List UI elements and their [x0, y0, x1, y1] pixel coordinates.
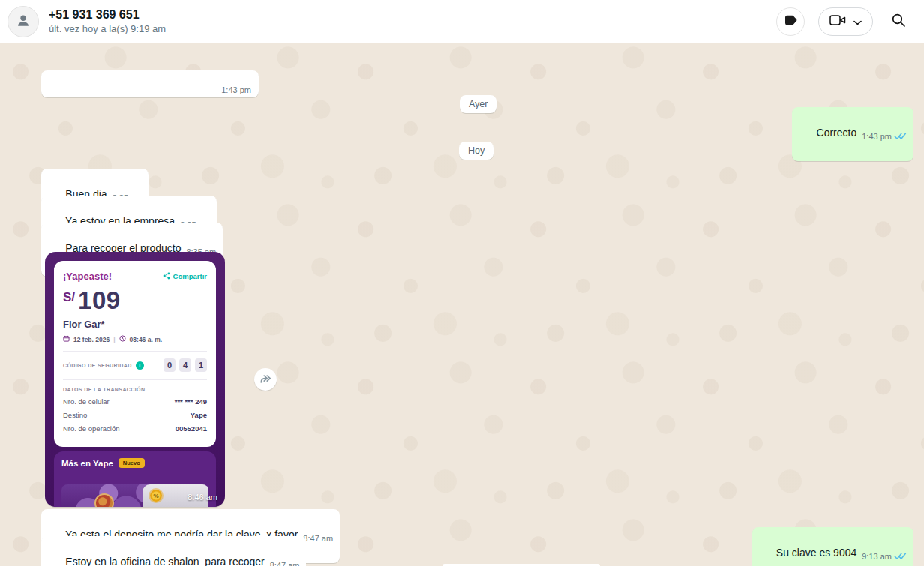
share-label: Compartir [173, 272, 207, 280]
security-code-label: CÓDIGO DE SEGURIDAD [63, 363, 132, 368]
currency-symbol: S/ [63, 290, 75, 305]
calendar-icon [63, 335, 70, 343]
read-receipt-double-check-icon [894, 130, 907, 144]
divider [63, 351, 207, 352]
message-bubble-incoming[interactable]: Estoy en la oficina de shalon para recog… [41, 536, 306, 566]
row-label: Nro. de operación [63, 424, 120, 433]
row-label: Destino [63, 411, 87, 419]
share-button[interactable]: Compartir [163, 272, 207, 281]
chat-header: +51 931 369 651 últ. vez hoy a la(s) 9:1… [0, 0, 924, 43]
whatsapp-window: 1:43 pm Ayer Correcto1:43 pm Hoy Buen di… [0, 0, 924, 566]
message-text: Estoy en la oficina de shalon para recog… [65, 556, 264, 566]
last-seen-status: últ. vez hoy a la(s) 9:19 am [49, 22, 166, 36]
transaction-row: Nro. de operación 00552041 [63, 424, 207, 433]
label-button[interactable] [776, 7, 805, 36]
security-code-digits: 0 4 1 [164, 358, 207, 372]
message-text: Correcto [817, 127, 857, 139]
video-call-button[interactable] [818, 7, 873, 36]
footer-title: Más en Yape [62, 459, 113, 468]
pizza-image [94, 493, 114, 507]
code-digit: 1 [195, 358, 207, 372]
message-bubble-outgoing[interactable]: Correcto1:43 pm [792, 107, 914, 161]
amount-value: 109 [78, 288, 121, 313]
chevron-down-icon [854, 15, 862, 28]
message-time-overlay: 8:46 am [188, 493, 218, 502]
message-bubble-truncated[interactable]: 1:43 pm [41, 70, 259, 97]
promo-banner: % [62, 484, 208, 507]
divider [63, 379, 207, 380]
info-icon[interactable]: i [136, 361, 144, 370]
transaction-date: 12 feb. 2026 [74, 336, 110, 343]
code-digit: 4 [179, 358, 191, 372]
transaction-data-label: DATOS DE LA TRANSACCIÓN [63, 387, 207, 392]
transaction-row: Destino Yape [63, 411, 207, 419]
date-pill-yesterday: Ayer [460, 95, 496, 113]
read-receipt-double-check-icon [894, 550, 907, 564]
message-time: 8:47 am [303, 532, 333, 546]
contact-name: +51 931 369 651 [49, 7, 166, 22]
recipient-name: Flor Gar* [63, 319, 207, 330]
message-time: 8:47 am [270, 559, 300, 566]
message-time: 1:43 pm [862, 130, 892, 144]
transaction-time: 08:46 a. m. [130, 336, 162, 343]
row-value: Yape [190, 411, 207, 419]
row-label: Nro. de celular [63, 397, 110, 406]
forward-arrow-icon [259, 373, 272, 387]
separator: | [113, 336, 115, 343]
chat-scroll-area[interactable]: 1:43 pm Ayer Correcto1:43 pm Hoy Buen di… [0, 43, 924, 566]
search-button[interactable] [886, 10, 910, 34]
code-digit: 0 [164, 358, 176, 372]
search-icon [891, 13, 906, 30]
message-time: 1:43 pm [221, 85, 251, 94]
yape-title: ¡Yapeaste! [63, 271, 112, 282]
date-pill-label: Ayer [469, 99, 488, 109]
yape-receipt-image-message[interactable]: ¡Yapeaste! Compartir S/ 109 Flor Gar* 12… [45, 252, 225, 507]
contact-info[interactable]: +51 931 369 651 últ. vez hoy a la(s) 9:1… [49, 7, 166, 36]
discount-sun-icon: % [150, 490, 162, 502]
row-value: *** *** 249 [175, 397, 207, 406]
row-value: 00552041 [176, 424, 207, 433]
header-actions [776, 7, 910, 36]
yape-receipt-card: ¡Yapeaste! Compartir S/ 109 Flor Gar* 12… [54, 261, 216, 447]
label-icon [784, 14, 798, 29]
person-icon [15, 12, 32, 31]
date-pill-today: Hoy [459, 142, 494, 160]
forward-message-button[interactable] [254, 368, 277, 391]
share-icon [163, 272, 170, 281]
transaction-row: Nro. de celular *** *** 249 [63, 397, 207, 406]
message-bubble-outgoing[interactable]: Su clave es 90049:13 am [752, 527, 914, 566]
date-pill-label: Hoy [468, 145, 484, 156]
nuevo-badge: Nuevo [118, 458, 145, 468]
message-time: 9:13 am [862, 550, 892, 564]
clock-icon [119, 335, 126, 343]
video-call-icon [830, 14, 846, 29]
contact-avatar[interactable] [8, 6, 39, 37]
message-text: Su clave es 9004 [776, 547, 856, 559]
